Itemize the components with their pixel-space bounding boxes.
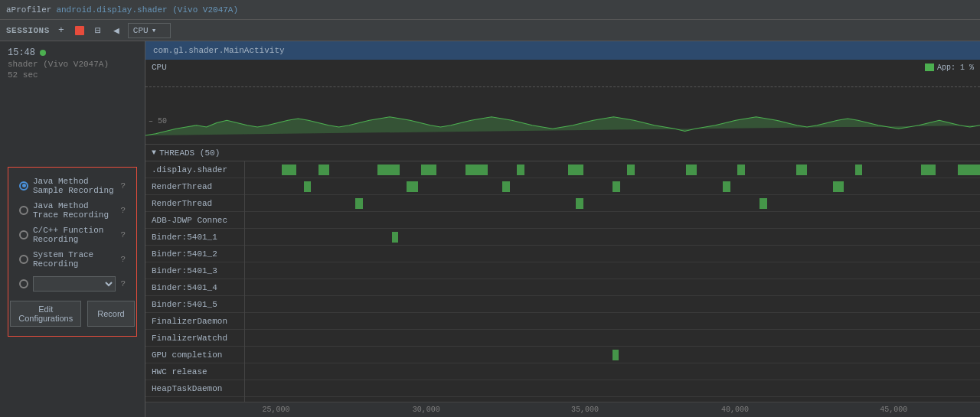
threads-title: THREADS (50) <box>159 148 220 158</box>
session-info: 15:48 shader (Vivo V2047A) 52 sec <box>0 41 145 86</box>
list-item: GPU completion <box>145 347 244 363</box>
radio-unselected-icon-2 <box>19 230 28 239</box>
table-row <box>245 161 980 178</box>
thread-block <box>304 181 312 192</box>
table-row <box>245 195 980 212</box>
thread-names-column: .display.shader RenderThread RenderThrea… <box>145 161 245 402</box>
thread-block <box>355 198 363 209</box>
thread-name: FinalizerDaemon <box>152 317 227 326</box>
radio-system-trace-label: System Trace Recording <box>33 250 116 269</box>
table-row <box>245 296 980 313</box>
sessions-bar: SESSIONS + ⊟ ◀ CPU ▾ <box>0 20 980 41</box>
thread-block <box>612 181 620 192</box>
top-bar: aProfiler android.display.shader (Vivo V… <box>0 0 980 20</box>
thread-name: Binder:5401_2 <box>152 249 217 259</box>
threads-list: .display.shader RenderThread RenderThrea… <box>145 161 980 402</box>
config-box: Java Method Sample Recording ? Java Meth… <box>8 167 137 337</box>
help-icon-1[interactable]: ? <box>120 181 126 191</box>
right-content: com.gl.shader.MainActivity CPU App: 1 % … <box>145 41 980 417</box>
thread-name: Binder:5401_1 <box>152 233 217 242</box>
thread-block <box>686 165 697 175</box>
thread-name: ADB-JDWP Connec <box>152 216 227 225</box>
help-icon-5[interactable]: ? <box>120 279 126 288</box>
thread-block <box>466 165 488 175</box>
activity-label: com.gl.shader.MainActivity <box>153 46 285 55</box>
radio-cpp-function[interactable]: C/C++ Function Recording ? <box>19 226 126 244</box>
thread-block <box>502 181 510 192</box>
ruler-tick-30000: 30,000 <box>413 406 440 414</box>
cpu-title: CPU <box>152 63 167 72</box>
ruler-tick-35000: 35,000 <box>571 406 599 414</box>
thread-block <box>921 165 936 175</box>
help-icon-4[interactable]: ? <box>120 255 126 264</box>
session-time: 15:48 <box>8 47 137 58</box>
cpu-dropdown-label: CPU <box>133 26 149 35</box>
session-device: shader (Vivo V2047A) <box>8 60 137 69</box>
config-select[interactable] <box>33 276 116 292</box>
thread-block <box>377 165 400 175</box>
session-time-label: 15:48 <box>8 47 35 58</box>
edit-configurations-button[interactable]: Edit Configurations <box>10 301 81 327</box>
thread-name: RenderThread <box>152 199 212 208</box>
thread-name: .display.shader <box>152 165 227 174</box>
ruler-tick-45000: 45,000 <box>880 406 907 414</box>
thread-name: Binder:5401_5 <box>152 300 217 309</box>
ruler-tick-40000: 40,000 <box>721 406 749 414</box>
radio-java-method-trace[interactable]: Java Method Trace Recording ? <box>19 201 126 220</box>
thread-name: HWC release <box>152 367 207 376</box>
thread-block <box>760 198 767 209</box>
add-session-button[interactable]: + <box>54 24 68 37</box>
thread-block <box>855 165 863 175</box>
table-row <box>245 262 980 279</box>
legend-label: App: 1 % <box>937 64 974 72</box>
thread-block <box>576 198 583 209</box>
radio-system-trace[interactable]: System Trace Recording ? <box>19 250 126 269</box>
active-indicator <box>40 50 46 56</box>
table-row <box>245 212 980 229</box>
timeline-ruler: 25,000 30,000 35,000 40,000 45,000 <box>145 402 980 417</box>
radio-unselected-icon <box>19 206 28 215</box>
radio-java-method-sample[interactable]: Java Method Sample Recording ? <box>19 177 126 195</box>
stop-icon <box>75 26 84 35</box>
threads-section: ▼ THREADS (50) .display.shader RenderThr… <box>145 145 980 417</box>
thread-name: Binder:5401_4 <box>152 283 217 292</box>
activity-bar: com.gl.shader.MainActivity <box>145 41 980 60</box>
threads-collapse-icon[interactable]: ▼ <box>152 148 156 157</box>
list-item: RenderThread <box>145 195 244 212</box>
sessions-label: SESSIONS <box>6 26 50 35</box>
radio-java-method-sample-label: Java Method Sample Recording <box>33 177 116 195</box>
dashed-line <box>145 86 980 87</box>
record-button[interactable]: Record <box>87 301 134 327</box>
thread-block <box>392 232 398 243</box>
left-sidebar: 15:48 shader (Vivo V2047A) 52 sec Java M… <box>0 41 145 417</box>
radio-unselected-icon-3 <box>19 255 28 264</box>
cpu-dropdown[interactable]: CPU ▾ <box>128 23 171 38</box>
table-row <box>245 347 980 363</box>
list-item: HeapTaskDaemon <box>145 380 244 397</box>
back-button[interactable]: ◀ <box>109 24 123 37</box>
cpu-section: CPU App: 1 % – 50 <box>145 60 980 145</box>
thread-block <box>723 181 730 192</box>
stop-button[interactable] <box>73 24 87 37</box>
table-row <box>245 246 980 262</box>
thread-block <box>517 165 524 175</box>
session-duration: 52 sec <box>8 70 137 80</box>
main-content: 15:48 shader (Vivo V2047A) 52 sec Java M… <box>0 41 980 417</box>
table-row <box>245 380 980 397</box>
list-item: RenderThread <box>145 178 244 195</box>
table-row <box>245 279 980 296</box>
table-row <box>245 363 980 380</box>
thread-name: Binder:5401_3 <box>152 266 217 275</box>
thread-block <box>627 165 635 175</box>
thread-block <box>612 350 619 360</box>
settings-button[interactable]: ⊟ <box>91 24 105 37</box>
help-icon-3[interactable]: ? <box>120 230 126 239</box>
thread-name: GPU completion <box>152 350 222 360</box>
thread-block <box>318 165 329 175</box>
radio-cpp-function-label: C/C++ Function Recording <box>33 226 116 244</box>
list-item: Binder:5401_4 <box>145 279 244 296</box>
table-row <box>245 313 980 330</box>
list-item: Binder:5401_5 <box>145 296 244 313</box>
help-icon-2[interactable]: ? <box>120 206 126 215</box>
thread-name: RenderThread <box>152 182 212 191</box>
